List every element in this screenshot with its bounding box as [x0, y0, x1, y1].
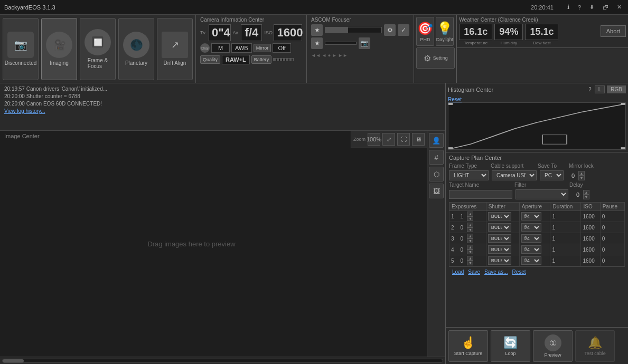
zoom-fit-btn[interactable]: ⤢ — [382, 133, 395, 146]
table-row: 3 0 ▲ ▼ BULB f/4 1 1600 — [449, 233, 625, 244]
aperture-select[interactable]: f/4 — [521, 212, 541, 221]
setting-btn[interactable]: ⚙ Setting — [416, 47, 455, 69]
exp-down-btn[interactable]: ▼ — [467, 238, 473, 243]
exp-up-btn[interactable]: ▲ — [467, 212, 473, 216]
grid-tool-btn[interactable]: # — [429, 150, 444, 165]
zoom-monitor-btn[interactable]: 🖥 — [412, 133, 425, 146]
exp-spin-pair: ▲ ▼ — [467, 223, 473, 232]
shutter-select[interactable]: BULB — [488, 223, 511, 232]
titlebar-controls: 20:20:41 ℹ ? ⬇ 🗗 ✕ — [529, 3, 624, 12]
exp-up-btn[interactable]: ▲ — [467, 256, 473, 261]
filter-select[interactable] — [515, 189, 568, 199]
save-to-select[interactable]: PC — [540, 170, 564, 180]
aperture-select[interactable]: f/4 — [521, 234, 541, 243]
close-btn[interactable]: ✕ — [615, 3, 624, 12]
left-section: 20:19:57 Canon drivers 'Canon\' initiali… — [0, 83, 446, 364]
histogram-header: Histogram Center 2 L RGB — [448, 85, 626, 95]
log-msg-3: 20:20:00 Canon EOS 60D CONNECTED! — [4, 100, 441, 108]
scrollbar-thumb[interactable] — [3, 359, 24, 362]
exp-down-btn[interactable]: ▼ — [467, 250, 473, 254]
exp-down-btn[interactable]: ▼ — [467, 216, 473, 221]
camera-side-icon[interactable]: 📷 — [359, 37, 370, 49]
mode-imaging[interactable]: 🎥 Imaging — [41, 18, 77, 80]
cube-tool-btn[interactable]: ⬡ — [429, 167, 444, 181]
image-tool-btn[interactable]: 🖼 — [429, 184, 444, 198]
test-cable-btn[interactable]: 🔔 Test cable — [575, 330, 615, 362]
mode-disconnected-label: Disconnected — [5, 60, 37, 66]
loop-btn[interactable]: 🔄 Loop — [491, 330, 530, 362]
reset-btn[interactable]: Reset — [512, 269, 526, 275]
daylight-btn[interactable]: 💡 Daylight — [436, 17, 454, 46]
check-icon[interactable]: ✓ — [398, 24, 409, 36]
abort-button[interactable]: Abort — [601, 25, 626, 37]
exp-down-btn[interactable]: ▼ — [467, 261, 473, 265]
svg-rect-3 — [448, 147, 453, 149]
star-icon-2[interactable]: ★ — [311, 37, 323, 49]
humidity-col: 94% Humidity — [494, 24, 523, 45]
exp-spinner: 0 ▲ ▼ — [456, 245, 473, 254]
shutter-select[interactable]: BULB — [488, 245, 511, 254]
view-log-link[interactable]: View log history... — [4, 108, 45, 114]
delay-down-btn[interactable]: ▼ — [583, 195, 589, 199]
target-name-input[interactable] — [449, 190, 512, 199]
weather-station-name: Weather Center (Clarence Creek) — [459, 17, 596, 23]
shutter-select[interactable]: BULB — [488, 212, 511, 221]
cell-pause: 0 — [600, 244, 624, 255]
svg-rect-2 — [621, 103, 625, 105]
star-icon-1[interactable]: ★ — [311, 24, 323, 36]
person-tool-btn[interactable]: 👤 — [429, 133, 444, 148]
hist-l-btn[interactable]: L — [595, 85, 605, 93]
save-as-btn[interactable]: Save as... — [484, 269, 508, 275]
mirror-lock-up-btn[interactable]: ▲ — [578, 171, 585, 176]
aperture-select[interactable]: f/4 — [521, 256, 541, 265]
help-btn[interactable]: ? — [576, 3, 583, 12]
aperture-select[interactable]: f/4 — [521, 223, 541, 232]
exp-up-btn[interactable]: ▲ — [467, 234, 473, 238]
zoom-fullscreen-btn[interactable]: ⛶ — [397, 133, 410, 146]
restore-btn[interactable]: 🗗 — [601, 3, 611, 12]
exp-spin-pair: ▲ ▼ — [467, 234, 473, 243]
exp-value: 1 — [456, 214, 467, 219]
mode-drift-align-label: Drift Align — [164, 60, 186, 66]
scrollbar-track[interactable] — [2, 359, 443, 363]
daylight-icon: 💡 — [437, 21, 453, 36]
mirror-lock-down-btn[interactable]: ▼ — [578, 176, 585, 180]
shutter-select[interactable]: BULB — [488, 256, 511, 265]
info-btn[interactable]: ℹ — [565, 3, 571, 12]
mode-drift-align[interactable]: ↗ Drift Align — [157, 18, 193, 80]
app-title: BackyardEOS 3.1.3 — [4, 4, 55, 11]
toolbar: 📷 Disconnected 🎥 Imaging 🔲 Frame &Focus … — [0, 15, 628, 83]
load-btn[interactable]: Load — [452, 269, 464, 275]
download-btn[interactable]: ⬇ — [587, 3, 596, 12]
start-capture-btn[interactable]: ☝ Start Capture — [448, 330, 488, 362]
hist-rgb-btn[interactable]: RGB — [607, 85, 626, 93]
capture-plan-title: Capture Plan Center — [449, 155, 625, 161]
shutter-select[interactable]: BULB — [488, 234, 511, 243]
mode-frame-focus[interactable]: 🔲 Frame &Focus — [80, 18, 116, 80]
clock-display: 20:20:41 — [529, 3, 556, 12]
cp-row-4: 0 ▲ ▼ — [449, 189, 625, 199]
gear-icon[interactable]: ⚙ — [384, 24, 396, 36]
cable-support-select[interactable]: Camera USB — [492, 170, 537, 180]
svg-rect-1 — [448, 103, 453, 105]
exp-down-btn[interactable]: ▼ — [467, 227, 473, 232]
delay-up-btn[interactable]: ▲ — [583, 190, 589, 195]
hist-val-2: 2 — [588, 87, 592, 92]
histogram-reset-btn[interactable]: Reset — [448, 97, 462, 102]
cell-iso: 1600 — [581, 244, 600, 255]
frame-type-select[interactable]: LIGHT — [449, 170, 489, 180]
phd-btn[interactable]: 🎯 PHD — [416, 17, 434, 46]
temp-label: Temperature — [464, 41, 488, 45]
content-area: 20:19:57 Canon drivers 'Canon\' initiali… — [0, 83, 628, 364]
save-btn[interactable]: Save — [468, 269, 480, 275]
exp-up-btn[interactable]: ▲ — [467, 223, 473, 227]
ascom-focuser-panel: ASCOM Focuser ★ ⚙ ✓ ★ 📷 ◄◄ ◄ ● ► ►► — [307, 15, 414, 83]
preview-btn[interactable]: ① Preview — [533, 330, 573, 362]
exp-value: 0 — [456, 236, 467, 242]
mode-disconnected[interactable]: 📷 Disconnected — [3, 18, 39, 80]
phd-daylight-row: 🎯 PHD 💡 Daylight — [416, 17, 454, 46]
aperture-select[interactable]: f/4 — [521, 245, 541, 254]
mirror-lock-spinner: 0 ▲ ▼ — [568, 171, 585, 180]
exp-up-btn[interactable]: ▲ — [467, 245, 473, 250]
mode-planetary[interactable]: 🌑 Planetary — [118, 18, 154, 80]
